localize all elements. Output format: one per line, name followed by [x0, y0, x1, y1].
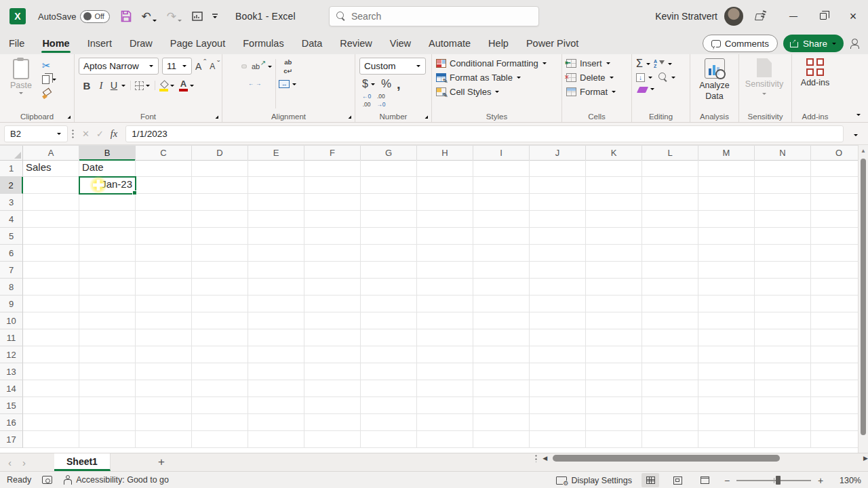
column-header-G[interactable]: G: [361, 146, 417, 161]
cell-C16[interactable]: [136, 414, 192, 431]
cell-K7[interactable]: [586, 262, 642, 279]
cell-E15[interactable]: [248, 397, 304, 414]
autosum-button[interactable]: Σ: [636, 58, 643, 69]
cell-M8[interactable]: [698, 279, 755, 296]
cell-G7[interactable]: [361, 262, 417, 279]
cell-K1[interactable]: [586, 160, 642, 177]
column-header-I[interactable]: I: [473, 146, 530, 161]
clear-button[interactable]: [636, 85, 647, 93]
cell-C8[interactable]: [136, 279, 192, 296]
cell-J6[interactable]: [530, 245, 586, 262]
cell-E1[interactable]: [248, 160, 304, 177]
add-ins-button[interactable]: Add-ins: [796, 58, 834, 110]
cell-K14[interactable]: [586, 380, 642, 397]
cell-K8[interactable]: [586, 279, 642, 296]
cell-F4[interactable]: [304, 211, 361, 228]
cell-H17[interactable]: [417, 431, 473, 448]
customize-qat-button[interactable]: [212, 14, 218, 18]
sheet-tab-sheet1[interactable]: Sheet1: [54, 453, 111, 471]
cell-H5[interactable]: [417, 228, 473, 245]
cell-N3[interactable]: [755, 194, 811, 211]
select-all-corner[interactable]: [0, 146, 23, 161]
alignment-dialog-launcher[interactable]: [346, 113, 353, 120]
sheet-nav-right-button[interactable]: ›: [14, 457, 34, 468]
accounting-format-button[interactable]: $: [362, 78, 376, 90]
cell-B4[interactable]: [79, 211, 136, 228]
cell-M4[interactable]: [698, 211, 755, 228]
cell-N12[interactable]: [755, 346, 811, 363]
cell-L14[interactable]: [642, 380, 698, 397]
cell-K12[interactable]: [586, 346, 642, 363]
column-header-A[interactable]: A: [23, 146, 79, 161]
zoom-slider-thumb[interactable]: [776, 476, 781, 485]
cell-I13[interactable]: [473, 363, 530, 380]
tab-draw[interactable]: Draw: [121, 33, 161, 54]
cell-G3[interactable]: [361, 194, 417, 211]
paste-button[interactable]: Paste: [4, 58, 38, 110]
row-header-6[interactable]: 6: [0, 245, 23, 262]
cell-H11[interactable]: [417, 329, 473, 346]
chevron-down-icon[interactable]: [671, 76, 676, 79]
format-cells-button[interactable]: Format: [566, 87, 616, 97]
cell-G6[interactable]: [361, 245, 417, 262]
cell-J1[interactable]: [530, 160, 586, 177]
cell-C11[interactable]: [136, 329, 192, 346]
wrap-text-button[interactable]: abc↵: [279, 59, 297, 74]
column-header-L[interactable]: L: [642, 146, 698, 161]
view-normal-button[interactable]: [642, 473, 659, 487]
cell-F16[interactable]: [304, 414, 361, 431]
cell-L9[interactable]: [642, 296, 698, 312]
cell-M3[interactable]: [698, 194, 755, 211]
cell-A15[interactable]: [23, 397, 79, 414]
cell-F8[interactable]: [304, 279, 361, 296]
font-color-button[interactable]: A: [179, 79, 188, 92]
cell-K13[interactable]: [586, 363, 642, 380]
cell-G2[interactable]: [361, 177, 417, 194]
cell-G10[interactable]: [361, 312, 417, 329]
cell-I12[interactable]: [473, 346, 530, 363]
cell-J12[interactable]: [530, 346, 586, 363]
cell-M12[interactable]: [698, 346, 755, 363]
cell-F5[interactable]: [304, 228, 361, 245]
tab-home[interactable]: Home: [33, 33, 78, 54]
row-header-14[interactable]: 14: [0, 380, 23, 397]
cell-K5[interactable]: [586, 228, 642, 245]
row-header-1[interactable]: 1: [0, 160, 23, 177]
cell-E12[interactable]: [248, 346, 304, 363]
row-header-3[interactable]: 3: [0, 194, 23, 211]
cell-H15[interactable]: [417, 397, 473, 414]
cell-L16[interactable]: [642, 414, 698, 431]
cell-J4[interactable]: [530, 211, 586, 228]
cell-F13[interactable]: [304, 363, 361, 380]
tab-help[interactable]: Help: [479, 33, 517, 54]
restore-button[interactable]: [808, 0, 838, 33]
cell-J15[interactable]: [530, 397, 586, 414]
cell-M7[interactable]: [698, 262, 755, 279]
column-header-N[interactable]: N: [755, 146, 811, 161]
cell-B13[interactable]: [79, 363, 136, 380]
shrink-font-button[interactable]: A: [210, 62, 220, 71]
sensitivity-button[interactable]: Sensitivity: [743, 58, 785, 110]
cell-B8[interactable]: [79, 279, 136, 296]
cell-B16[interactable]: [79, 414, 136, 431]
cell-F12[interactable]: [304, 346, 361, 363]
cell-E2[interactable]: [248, 177, 304, 194]
cell-N5[interactable]: [755, 228, 811, 245]
search-box[interactable]: [329, 6, 539, 26]
cell-C17[interactable]: [136, 431, 192, 448]
tab-file[interactable]: File: [0, 33, 33, 54]
chevron-down-icon[interactable]: [650, 87, 655, 91]
tab-formulas[interactable]: Formulas: [234, 33, 292, 54]
cell-M16[interactable]: [698, 414, 755, 431]
cell-C7[interactable]: [136, 262, 192, 279]
cell-F17[interactable]: [304, 431, 361, 448]
enter-button[interactable]: ✓: [96, 129, 104, 139]
number-format-select[interactable]: Custom: [359, 58, 426, 75]
cell-A16[interactable]: [23, 414, 79, 431]
autosave-control[interactable]: AutoSave Off: [38, 10, 110, 23]
cell-C13[interactable]: [136, 363, 192, 380]
cell-G17[interactable]: [361, 431, 417, 448]
percent-style-button[interactable]: %: [381, 77, 391, 91]
cell-B10[interactable]: [79, 312, 136, 329]
excel-logo-icon[interactable]: X: [9, 8, 26, 24]
